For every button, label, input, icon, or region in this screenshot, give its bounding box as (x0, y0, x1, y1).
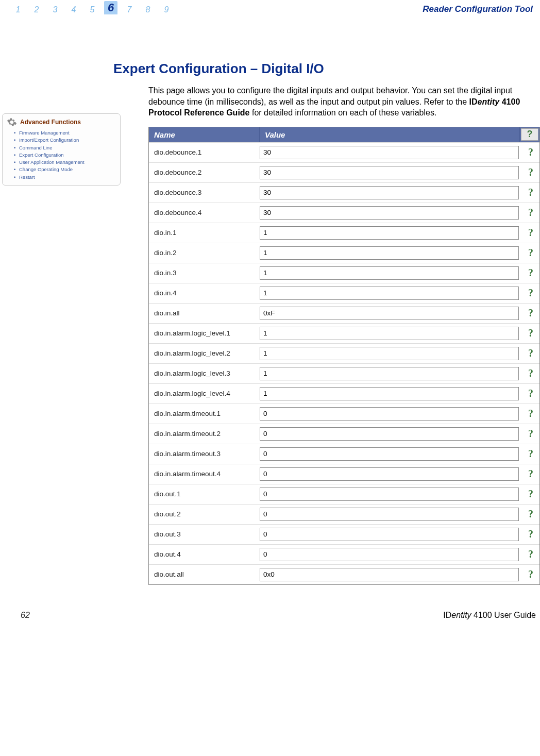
chapter-tab-1[interactable]: 1 (11, 5, 25, 14)
param-name: dio.out.1 (149, 490, 260, 498)
param-value-input[interactable] (260, 347, 519, 360)
row-help-button[interactable]: ? (522, 367, 539, 379)
row-help-button[interactable]: ? (522, 548, 539, 560)
param-name: dio.out.all (149, 570, 260, 578)
param-value-input[interactable] (260, 407, 519, 421)
param-value-cell (260, 568, 522, 581)
param-value-input[interactable] (260, 508, 519, 521)
row-help-button[interactable]: ? (522, 227, 539, 239)
param-value-cell (260, 447, 522, 461)
row-help-button[interactable]: ? (522, 568, 539, 580)
table-row: dio.in.alarm.timeout.1? (149, 404, 539, 424)
param-name: dio.in.alarm.timeout.3 (149, 450, 260, 458)
table-row: dio.in.alarm.logic_level.2? (149, 343, 539, 363)
param-name: dio.out.4 (149, 550, 260, 558)
param-name: dio.debounce.1 (149, 148, 260, 156)
chapter-tab-8[interactable]: 8 (141, 5, 155, 14)
param-value-input[interactable] (260, 488, 519, 501)
row-help-button[interactable]: ? (522, 508, 539, 520)
param-name: dio.debounce.4 (149, 209, 260, 216)
advanced-functions-panel: Advanced Functions Firmware ManagementIm… (2, 113, 121, 186)
param-value-input[interactable] (260, 287, 519, 300)
row-help-button[interactable]: ? (522, 267, 539, 279)
chapter-tab-2[interactable]: 2 (30, 5, 43, 14)
row-help-button[interactable]: ? (522, 327, 539, 339)
table-row: dio.in.3? (149, 263, 539, 283)
param-value-cell (260, 146, 522, 159)
row-help-button[interactable]: ? (522, 247, 539, 259)
table-row: dio.in.alarm.logic_level.1? (149, 323, 539, 343)
param-value-input[interactable] (260, 427, 519, 441)
sidebar-item[interactable]: User Application Management (19, 159, 116, 166)
header-name: Name (149, 127, 260, 142)
table-row: dio.in.alarm.timeout.2? (149, 424, 539, 444)
param-value-cell (260, 548, 522, 561)
param-value-input[interactable] (260, 327, 519, 340)
footer-suffix: 4100 User Guide (471, 611, 536, 619)
sidebar-title: Advanced Functions (20, 119, 81, 126)
param-name: dio.in.3 (149, 269, 260, 277)
row-help-button[interactable]: ? (522, 488, 539, 500)
param-name: dio.debounce.3 (149, 189, 260, 196)
row-help-button[interactable]: ? (522, 166, 539, 178)
sidebar-item[interactable]: Expert Configuration (19, 152, 116, 159)
param-value-input[interactable] (260, 528, 519, 541)
param-value-cell (260, 467, 522, 481)
param-value-input[interactable] (260, 447, 519, 461)
header-value: Value (260, 127, 520, 142)
table-row: dio.debounce.4? (149, 203, 539, 223)
param-value-cell (260, 327, 522, 340)
row-help-button[interactable]: ? (522, 207, 539, 219)
param-value-input[interactable] (260, 548, 519, 561)
param-name: dio.debounce.2 (149, 169, 260, 176)
footer-title: IDentity 4100 User Guide (443, 611, 536, 620)
param-value-input[interactable] (260, 467, 519, 481)
row-help-button[interactable]: ? (522, 347, 539, 359)
row-help-button[interactable]: ? (522, 448, 539, 460)
chapter-tab-5[interactable]: 5 (86, 5, 99, 14)
param-name: dio.in.alarm.logic_level.2 (149, 349, 260, 357)
header-help-button[interactable]: ? (521, 128, 538, 141)
table-row: dio.in.4? (149, 283, 539, 303)
row-help-button[interactable]: ? (522, 287, 539, 299)
sidebar-item[interactable]: Firmware Management (19, 129, 116, 137)
param-value-input[interactable] (260, 307, 519, 320)
param-value-input[interactable] (260, 367, 519, 380)
sidebar-item[interactable]: Change Operating Mode (19, 166, 116, 173)
param-value-cell (260, 367, 522, 380)
sidebar-item[interactable]: Command Line (19, 144, 116, 152)
chapter-tab-9[interactable]: 9 (160, 5, 173, 14)
chapter-tab-7[interactable]: 7 (123, 5, 136, 14)
param-name: dio.in.all (149, 309, 260, 317)
param-value-input[interactable] (260, 186, 519, 199)
row-help-button[interactable]: ? (522, 408, 539, 419)
row-help-button[interactable]: ? (522, 187, 539, 198)
param-value-input[interactable] (260, 206, 519, 220)
row-help-button[interactable]: ? (522, 528, 539, 540)
row-help-button[interactable]: ? (522, 307, 539, 319)
chapter-tab-3[interactable]: 3 (48, 5, 62, 14)
param-value-input[interactable] (260, 246, 519, 260)
param-name: dio.in.alarm.logic_level.3 (149, 369, 260, 377)
param-value-input[interactable] (260, 266, 519, 280)
sidebar-item[interactable]: Restart (19, 174, 116, 181)
chapter-tab-4[interactable]: 4 (67, 5, 80, 14)
param-value-input[interactable] (260, 166, 519, 179)
row-help-button[interactable]: ? (522, 146, 539, 158)
row-help-button[interactable]: ? (522, 388, 539, 399)
row-help-button[interactable]: ? (522, 428, 539, 440)
section-body: This page allows you to configure the di… (148, 85, 540, 119)
param-value-input[interactable] (260, 226, 519, 240)
param-name: dio.out.2 (149, 510, 260, 518)
row-help-button[interactable]: ? (522, 468, 539, 480)
gear-icon (7, 117, 17, 127)
param-value-input[interactable] (260, 568, 519, 581)
chapter-tab-6[interactable]: 6 (104, 1, 117, 14)
footer-italic: entity (451, 611, 471, 619)
param-value-input[interactable] (260, 387, 519, 400)
param-value-input[interactable] (260, 146, 519, 159)
param-name: dio.in.4 (149, 289, 260, 297)
param-value-cell (260, 347, 522, 360)
param-name: dio.in.alarm.logic_level.4 (149, 390, 260, 397)
sidebar-item[interactable]: Import/Export Configuration (19, 137, 116, 144)
